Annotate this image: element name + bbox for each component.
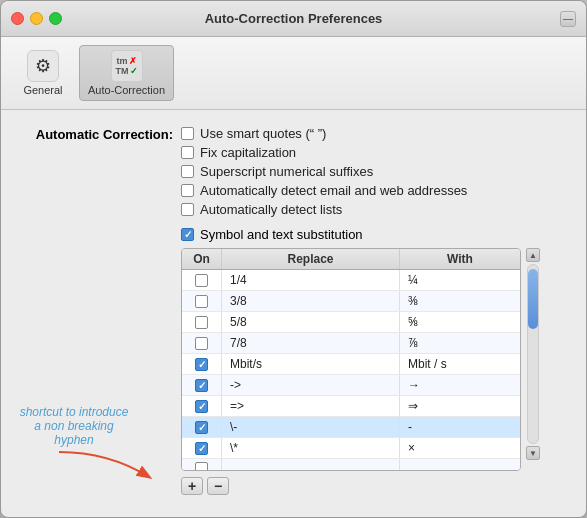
table-row: 5/8 ⅝	[182, 312, 520, 333]
scrollbar-down-arrow[interactable]: ▼	[526, 446, 540, 460]
options-column: Use smart quotes (“ ”) Fix capitalizatio…	[181, 126, 566, 495]
cell-with-6: ⇒	[400, 396, 520, 416]
cell-replace-7: \-	[222, 417, 400, 437]
table-row	[182, 459, 520, 470]
cell-with-7: ‑	[400, 417, 520, 437]
checkbox-substitution[interactable]	[181, 228, 194, 241]
checkbox-fix-cap[interactable]	[181, 146, 194, 159]
cell-on-2	[182, 312, 222, 332]
cell-on-1	[182, 291, 222, 311]
cell-replace-2: 5/8	[222, 312, 400, 332]
table-row: 1/4 ¼	[182, 270, 520, 291]
checkbox-smart-quotes[interactable]	[181, 127, 194, 140]
cell-with-0: ¼	[400, 270, 520, 290]
checkbox-row-5[interactable]	[195, 379, 208, 392]
table-row-highlighted: \- ‑	[182, 417, 520, 438]
table-header: On Replace With	[182, 249, 520, 270]
add-button[interactable]: +	[181, 477, 203, 495]
tab-general-label: General	[23, 84, 62, 96]
col-header-replace: Replace	[222, 249, 400, 269]
substitution-table-container: On Replace With 1/4	[181, 248, 566, 471]
scrollbar-track[interactable]	[527, 264, 539, 444]
cell-with-2: ⅝	[400, 312, 520, 332]
checkbox-superscript[interactable]	[181, 165, 194, 178]
cell-on-9	[182, 459, 222, 470]
cell-replace-6: =>	[222, 396, 400, 416]
titlebar: Auto-Correction Preferences —	[1, 1, 586, 37]
maximize-button[interactable]	[49, 12, 62, 25]
table-body: 1/4 ¼ 3/8 ⅜	[182, 270, 520, 470]
checkbox-row-6[interactable]	[195, 400, 208, 413]
table-row: \* ×	[182, 438, 520, 459]
scrollbar[interactable]: ▲ ▼	[525, 248, 541, 471]
traffic-lights	[11, 12, 62, 25]
main-content: Automatic Correction: Use smart quotes (…	[1, 110, 586, 517]
checkbox-detect-email[interactable]	[181, 184, 194, 197]
cell-with-8: ×	[400, 438, 520, 458]
cell-on-8	[182, 438, 222, 458]
cell-replace-4: Mbit/s	[222, 354, 400, 374]
cell-replace-8: \*	[222, 438, 400, 458]
checkbox-row-7[interactable]	[195, 421, 208, 434]
table-row: 7/8 ⅞	[182, 333, 520, 354]
table-row: -> →	[182, 375, 520, 396]
cell-with-9	[400, 459, 520, 470]
checkbox-row-3[interactable]	[195, 337, 208, 350]
window-minimize-icon[interactable]: —	[560, 11, 576, 27]
cell-replace-9	[222, 459, 400, 470]
table-row: Mbit/s Mbit / s	[182, 354, 520, 375]
autocorrection-icon: tm ✗ TM ✓	[111, 50, 143, 82]
cell-replace-5: ->	[222, 375, 400, 395]
cell-replace-1: 3/8	[222, 291, 400, 311]
label-substitution: Symbol and text substitution	[200, 227, 363, 242]
cell-with-4: Mbit / s	[400, 354, 520, 374]
cell-with-1: ⅜	[400, 291, 520, 311]
option-superscript: Superscript numerical suffixes	[181, 164, 566, 179]
window-title: Auto-Correction Preferences	[205, 11, 383, 26]
option-detect-lists: Automatically detect lists	[181, 202, 566, 217]
tab-general[interactable]: ⚙ General	[13, 45, 73, 101]
label-smart-quotes: Use smart quotes (“ ”)	[200, 126, 326, 141]
cell-on-7	[182, 417, 222, 437]
close-button[interactable]	[11, 12, 24, 25]
option-smart-quotes: Use smart quotes (“ ”)	[181, 126, 566, 141]
cell-replace-0: 1/4	[222, 270, 400, 290]
table-row: 3/8 ⅜	[182, 291, 520, 312]
label-superscript: Superscript numerical suffixes	[200, 164, 373, 179]
checkbox-row-0[interactable]	[195, 274, 208, 287]
cell-on-4	[182, 354, 222, 374]
cell-on-6	[182, 396, 222, 416]
substitution-table: On Replace With 1/4	[181, 248, 521, 471]
cell-with-3: ⅞	[400, 333, 520, 353]
cell-on-5	[182, 375, 222, 395]
checkbox-detect-lists[interactable]	[181, 203, 194, 216]
label-detect-lists: Automatically detect lists	[200, 202, 342, 217]
toolbar: ⚙ General tm ✗ TM ✓ Auto-Correction	[1, 37, 586, 110]
table-action-buttons: + −	[181, 477, 566, 495]
cell-replace-3: 7/8	[222, 333, 400, 353]
automatic-correction-section: Automatic Correction: Use smart quotes (…	[21, 126, 566, 495]
checkbox-row-1[interactable]	[195, 295, 208, 308]
tab-autocorrection[interactable]: tm ✗ TM ✓ Auto-Correction	[79, 45, 174, 101]
checkbox-row-8[interactable]	[195, 442, 208, 455]
cell-on-3	[182, 333, 222, 353]
scrollbar-thumb[interactable]	[528, 269, 538, 329]
cell-with-5: →	[400, 375, 520, 395]
table-row: => ⇒	[182, 396, 520, 417]
option-fix-cap: Fix capitalization	[181, 145, 566, 160]
label-fix-cap: Fix capitalization	[200, 145, 296, 160]
col-header-on: On	[182, 249, 222, 269]
checkbox-row-4[interactable]	[195, 358, 208, 371]
remove-button[interactable]: −	[207, 477, 229, 495]
scrollbar-up-arrow[interactable]: ▲	[526, 248, 540, 262]
option-detect-email: Automatically detect email and web addre…	[181, 183, 566, 198]
general-icon: ⚙	[27, 50, 59, 82]
col-header-with: With	[400, 249, 520, 269]
minimize-button[interactable]	[30, 12, 43, 25]
substitution-section: Symbol and text substitution On Replace …	[181, 227, 566, 495]
label-detect-email: Automatically detect email and web addre…	[200, 183, 467, 198]
checkbox-row-2[interactable]	[195, 316, 208, 329]
checkbox-row-9[interactable]	[195, 462, 208, 470]
tab-autocorrection-label: Auto-Correction	[88, 84, 165, 96]
preferences-window: Auto-Correction Preferences — ⚙ General …	[0, 0, 587, 518]
